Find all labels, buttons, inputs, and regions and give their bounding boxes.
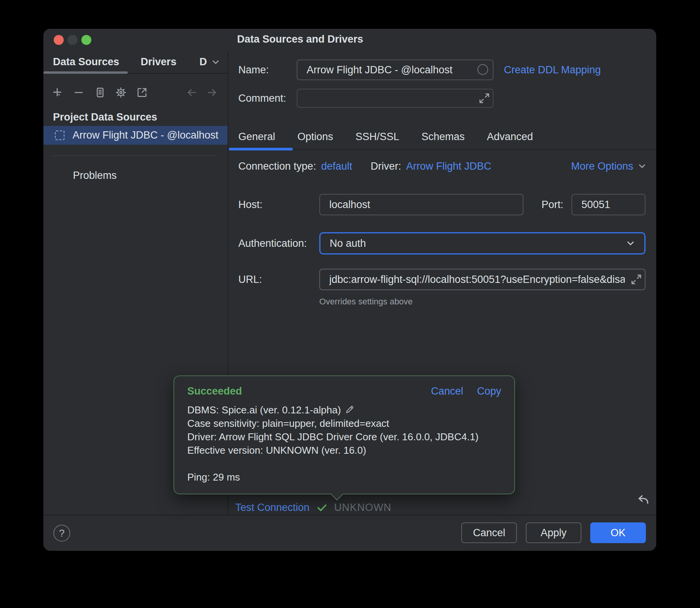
authentication-select[interactable]: No auth: [319, 232, 646, 254]
data-source-icon: [55, 131, 64, 140]
expand-icon[interactable]: [631, 274, 642, 285]
case-sensitivity-line: Case sensitivity: plain=upper, delimited…: [187, 417, 501, 430]
tab-ddl-mappings-truncated[interactable]: D: [194, 56, 226, 68]
popup-cancel-link[interactable]: Cancel: [431, 385, 463, 397]
tab-general[interactable]: General: [238, 131, 275, 143]
minimize-window-button[interactable]: [68, 35, 78, 45]
ping-line: Ping: 29 ms: [187, 471, 501, 484]
authentication-label: Authentication:: [238, 238, 319, 249]
name-row: Name: Create DDL Mapping: [238, 59, 647, 80]
sidebar-toolbar: [43, 87, 228, 98]
comment-label: Comment:: [238, 93, 297, 104]
host-label: Host:: [238, 199, 319, 211]
url-input[interactable]: [319, 269, 646, 290]
authentication-row: Authentication: No auth: [238, 232, 646, 254]
data-sources-dialog: Data Sources and Drivers Data Sources Dr…: [43, 29, 656, 551]
popup-header: Succeeded Cancel Copy: [187, 385, 501, 397]
close-window-button[interactable]: [54, 35, 64, 45]
authentication-value: No auth: [330, 238, 366, 249]
window-title: Data Sources and Drivers: [166, 33, 434, 45]
tab-data-sources[interactable]: Data Sources: [48, 56, 125, 68]
connection-status-text: UNKNOWN: [334, 502, 392, 514]
active-tab-underline: [43, 71, 128, 74]
apply-button[interactable]: Apply: [526, 522, 581, 543]
connection-type-label: Connection type:: [238, 160, 316, 172]
tab-drivers[interactable]: Drivers: [135, 56, 182, 68]
sidebar-item-problems[interactable]: Problems: [43, 167, 228, 184]
dbms-line: DBMS: Spice.ai (ver. 0.12.1-alpha): [187, 403, 501, 417]
sidebar-item-arrow-flight-jdbc[interactable]: Arrow Flight JDBC - @localhost: [43, 126, 228, 145]
driver-label: Driver:: [371, 160, 401, 172]
name-input[interactable]: [297, 59, 494, 80]
footer-buttons: Cancel Apply OK: [461, 522, 646, 543]
tab-options[interactable]: Options: [297, 131, 333, 143]
chevron-down-icon: [637, 161, 647, 171]
test-connection-result-popup: Succeeded Cancel Copy DBMS: Spice.ai (ve…: [173, 375, 515, 494]
host-row: Host: Port:: [238, 194, 646, 215]
tab-advanced[interactable]: Advanced: [487, 131, 533, 143]
url-override-hint: Overrides settings above: [319, 297, 413, 307]
duplicate-button[interactable]: [94, 87, 106, 98]
settings-tab-strip: General Options SSH/SSL Schemas Advanced: [228, 124, 656, 150]
history-nav: [186, 87, 218, 98]
open-in-new-icon[interactable]: [136, 87, 148, 98]
remove-data-source-button[interactable]: [73, 87, 84, 98]
ok-button[interactable]: OK: [590, 522, 646, 543]
driver-value-link[interactable]: Arrow Flight JDBC: [406, 160, 491, 172]
edit-pencil-icon[interactable]: [345, 405, 355, 415]
chevron-down-icon: [625, 238, 636, 249]
status-succeeded: Succeeded: [187, 385, 242, 397]
cancel-button[interactable]: Cancel: [461, 522, 517, 543]
more-options-link[interactable]: More Options: [571, 160, 647, 172]
add-data-source-button[interactable]: [52, 87, 63, 98]
sidebar-divider: [52, 155, 215, 156]
chevron-down-icon[interactable]: [211, 57, 221, 67]
tab-schemas[interactable]: Schemas: [421, 131, 465, 143]
host-input[interactable]: [319, 194, 523, 215]
problems-label: Problems: [73, 170, 117, 182]
data-source-label: Arrow Flight JDBC - @localhost: [73, 129, 218, 141]
active-tab-underline-blue: [229, 148, 293, 150]
comment-row: Comment:: [238, 89, 647, 108]
test-connection-row: Test Connection UNKNOWN: [235, 500, 391, 515]
more-options-label: More Options: [571, 160, 633, 172]
create-ddl-mapping-link[interactable]: Create DDL Mapping: [504, 64, 601, 76]
test-connection-link[interactable]: Test Connection: [235, 502, 310, 514]
driver-line: Driver: Arrow Flight SQL JDBC Driver Cor…: [187, 430, 501, 444]
popup-body: DBMS: Spice.ai (ver. 0.12.1-alpha) Case …: [187, 403, 501, 484]
dialog-footer: ? Cancel Apply OK: [43, 515, 656, 551]
effective-version-line: Effective version: UNKNOWN (ver. 16.0): [187, 444, 501, 457]
tab-ssh-ssl[interactable]: SSH/SSL: [355, 131, 399, 143]
gear-icon[interactable]: [115, 87, 127, 98]
back-arrow-icon[interactable]: [186, 87, 198, 98]
traffic-lights: [54, 35, 91, 45]
name-label: Name:: [238, 64, 297, 76]
checkmark-icon: [316, 501, 328, 514]
tab-ddl-label: D: [200, 56, 207, 68]
forward-arrow-icon[interactable]: [206, 87, 218, 98]
project-data-sources-header: Project Data Sources: [43, 111, 157, 123]
name-status-indicator: [477, 64, 488, 75]
sidebar-tab-strip: Data Sources Drivers D: [43, 51, 228, 74]
port-label: Port:: [542, 199, 563, 211]
port-input[interactable]: [571, 194, 646, 215]
title-bar: Data Sources and Drivers: [43, 29, 656, 51]
expand-icon[interactable]: [479, 93, 490, 104]
connection-type-value-link[interactable]: default: [321, 160, 352, 172]
popup-copy-link[interactable]: Copy: [477, 385, 501, 397]
connection-type-row: Connection type: default Driver: Arrow F…: [238, 155, 647, 178]
url-label: URL:: [238, 274, 319, 286]
url-row: URL:: [238, 269, 646, 290]
undo-icon[interactable]: [636, 492, 651, 507]
help-button[interactable]: ?: [53, 525, 70, 542]
comment-input[interactable]: [297, 89, 494, 108]
popup-spacer: [187, 457, 501, 471]
help-question-mark: ?: [59, 527, 64, 539]
zoom-window-button[interactable]: [81, 35, 91, 45]
